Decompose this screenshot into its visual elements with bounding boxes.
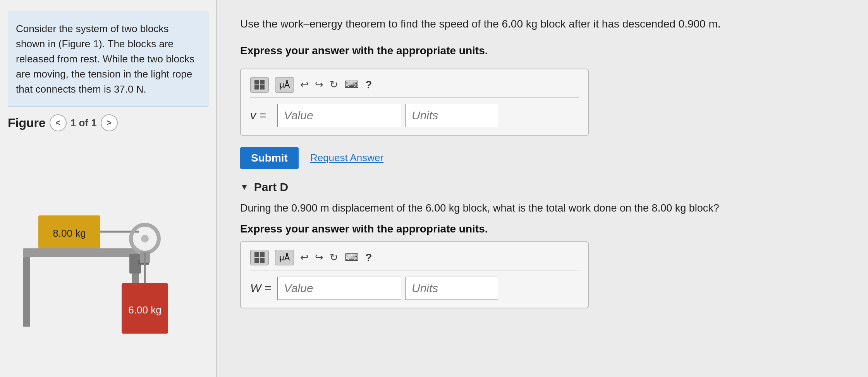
figure-navigation: Figure < 1 of 1 > xyxy=(8,114,208,131)
submit-label: Submit xyxy=(251,152,288,164)
part-d-label: Part D xyxy=(254,181,288,194)
part-d-header: ▼ Part D xyxy=(240,181,845,194)
part-d-refresh-button[interactable]: ↻ xyxy=(330,251,338,263)
grid-icon xyxy=(254,80,265,90)
submit-button[interactable]: Submit xyxy=(240,147,299,169)
part-c-actions: Submit Request Answer xyxy=(240,147,845,169)
prev-arrow-icon: < xyxy=(55,118,60,128)
part-c-toolbar: μÅ ↩ ↪ ↻ ⌨ ? xyxy=(250,77,579,98)
next-arrow-icon: > xyxy=(107,118,112,128)
part-d-units-input[interactable] xyxy=(405,277,498,300)
right-panel: Use the work–energy theorem to find the … xyxy=(217,0,868,377)
svg-point-9 xyxy=(141,235,149,243)
part-c-question-text: Use the work–energy theorem to find the … xyxy=(240,18,721,30)
part-d-grid-format-button[interactable] xyxy=(250,250,269,265)
svg-text:6.00 kg: 6.00 kg xyxy=(128,304,161,316)
keyboard-button[interactable]: ⌨ xyxy=(344,79,359,91)
physics-diagram: 8.00 kg 6.00 kg xyxy=(15,144,201,361)
redo-button[interactable]: ↪ xyxy=(315,79,323,91)
part-d-instruction-text: Express your answer with the appropriate… xyxy=(240,223,488,235)
page-count: 1 of 1 xyxy=(70,117,97,129)
next-figure-button[interactable]: > xyxy=(101,114,118,131)
part-d-grid-icon xyxy=(254,252,265,263)
part-d-redo-button[interactable]: ↪ xyxy=(315,251,323,263)
part-d-section: ▼ Part D During the 0.900 m displacement… xyxy=(240,181,845,308)
svg-rect-0 xyxy=(23,248,139,257)
help-button[interactable]: ? xyxy=(365,79,372,91)
equation-label: v = xyxy=(250,109,273,122)
value-input[interactable] xyxy=(277,104,401,127)
part-d-question-text: During the 0.900 m displacement of the 6… xyxy=(240,202,719,214)
refresh-button[interactable]: ↻ xyxy=(330,79,338,91)
part-c-input-row: v = xyxy=(250,104,579,127)
mu-label: μÅ xyxy=(279,80,290,90)
part-c-question: Use the work–energy theorem to find the … xyxy=(240,15,845,33)
part-d-value-input[interactable] xyxy=(277,277,401,300)
part-d-equation-label: W = xyxy=(250,282,273,295)
part-d-mu-label: μÅ xyxy=(279,253,290,263)
part-c-instruction: Express your answer with the appropriate… xyxy=(240,45,845,57)
part-d-keyboard-button[interactable]: ⌨ xyxy=(344,251,359,263)
grid-format-button[interactable] xyxy=(250,77,269,93)
diagram-area: 8.00 kg 6.00 kg xyxy=(8,139,208,365)
part-d-help-button[interactable]: ? xyxy=(365,251,372,264)
request-answer-label: Request Answer xyxy=(310,152,383,164)
request-answer-button[interactable]: Request Answer xyxy=(310,152,383,164)
part-d-undo-button[interactable]: ↩ xyxy=(300,251,309,263)
prev-figure-button[interactable]: < xyxy=(50,114,67,131)
undo-button[interactable]: ↩ xyxy=(300,79,309,91)
left-panel: Consider the system of two blocks shown … xyxy=(0,0,217,377)
part-d-toolbar: μÅ ↩ ↪ ↻ ⌨ ? xyxy=(250,250,579,270)
svg-rect-1 xyxy=(23,257,30,327)
part-c-instruction-text: Express your answer with the appropriate… xyxy=(240,45,488,57)
part-c-answer-container: μÅ ↩ ↪ ↻ ⌨ ? v = xyxy=(240,69,589,136)
svg-text:8.00 kg: 8.00 kg xyxy=(53,227,86,239)
mu-button[interactable]: μÅ xyxy=(275,77,294,93)
part-d-input-row: W = xyxy=(250,277,579,300)
collapse-arrow-icon[interactable]: ▼ xyxy=(240,182,249,192)
part-d-answer-container: μÅ ↩ ↪ ↻ ⌨ ? W = xyxy=(240,241,589,308)
part-d-question: During the 0.900 m displacement of the 6… xyxy=(240,200,782,217)
problem-text-content: Consider the system of two blocks shown … xyxy=(16,23,194,95)
units-input[interactable] xyxy=(405,104,498,127)
part-d-instruction: Express your answer with the appropriate… xyxy=(240,223,845,235)
part-d-mu-button[interactable]: μÅ xyxy=(275,250,294,265)
figure-label: Figure xyxy=(8,116,46,130)
problem-statement: Consider the system of two blocks shown … xyxy=(8,12,208,107)
